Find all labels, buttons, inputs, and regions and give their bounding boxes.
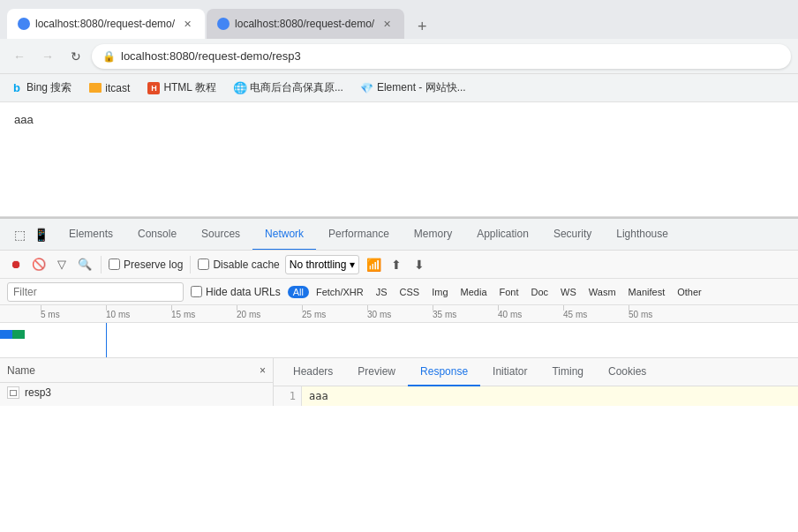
filter-type-other[interactable]: Other <box>672 286 707 298</box>
search-button[interactable]: 🔍 <box>76 256 94 273</box>
tick-45ms: 45 ms <box>563 305 587 323</box>
filter-type-all[interactable]: All <box>288 286 309 298</box>
devtools-tab-sources[interactable]: Sources <box>189 219 252 251</box>
preserve-log-label[interactable]: Preserve log <box>109 259 183 271</box>
devtools-tab-console[interactable]: Console <box>125 219 189 251</box>
throttle-dropdown-arrow: ▾ <box>350 259 355 271</box>
tick-5ms: 5 ms <box>41 305 60 323</box>
throttle-select[interactable]: No throttling ▾ <box>285 255 360 274</box>
response-tab-bar: Headers Preview Response Initiator Timin… <box>274 358 798 386</box>
bookmark-itcast-label: itcast <box>105 82 130 94</box>
response-tab-preview[interactable]: Preview <box>345 358 408 386</box>
reload-button[interactable]: ↻ <box>64 44 88 69</box>
file-list-close-button[interactable]: × <box>260 364 266 377</box>
filter-type-font[interactable]: Font <box>494 286 524 298</box>
tick-25ms: 25 ms <box>302 305 326 323</box>
timeline-canvas <box>0 323 798 357</box>
disable-cache-label[interactable]: Disable cache <box>198 259 279 271</box>
device-icon[interactable]: 📱 <box>32 226 49 244</box>
response-tab-response[interactable]: Response <box>408 358 480 386</box>
forward-button[interactable]: → <box>35 44 60 69</box>
globe-icon: 🌐 <box>234 82 246 94</box>
response-tab-timing[interactable]: Timing <box>539 358 596 386</box>
address-input[interactable]: 🔒 localhost:8080/request-demo/resp3 <box>92 44 791 69</box>
bing-icon: b <box>11 82 23 94</box>
bookmark-bing-label: Bing 搜索 <box>26 80 72 95</box>
filter-type-doc[interactable]: Doc <box>526 286 554 298</box>
filter-type-wasm[interactable]: Wasm <box>583 286 621 298</box>
file-list-header-name: Name <box>7 364 35 377</box>
tab-close-button-2[interactable]: ✕ <box>380 17 394 31</box>
new-tab-button[interactable]: + <box>410 14 434 39</box>
response-tab-initiator[interactable]: Initiator <box>480 358 539 386</box>
browser-tab-bar: localhost:8080/request-demo/ ✕ localhost… <box>0 0 798 39</box>
folder-icon <box>89 83 102 93</box>
filter-type-ws[interactable]: WS <box>555 286 582 298</box>
throttle-value: No throttling <box>290 259 347 271</box>
filter-toggle-button[interactable]: ▽ <box>53 256 71 273</box>
bookmark-element-label: Element - 网站快... <box>377 80 466 95</box>
file-list-item-resp3[interactable]: □ resp3 <box>0 383 273 402</box>
bookmark-bing[interactable]: b Bing 搜索 <box>7 79 75 97</box>
clear-button[interactable]: 🚫 <box>30 256 48 273</box>
bookmark-html-label: HTML 教程 <box>163 80 216 95</box>
devtools: ⬚ 📱 Elements Console Sources Network Per… <box>0 217 798 406</box>
filter-type-manifest[interactable]: Manifest <box>623 286 671 298</box>
devtools-tab-security[interactable]: Security <box>541 219 604 251</box>
address-bar-row: ← → ↻ 🔒 localhost:8080/request-demo/resp… <box>0 39 798 74</box>
file-name: resp3 <box>25 386 51 399</box>
disable-cache-text: Disable cache <box>213 259 279 271</box>
filter-type-img[interactable]: Img <box>426 286 453 298</box>
disable-cache-checkbox[interactable] <box>198 259 209 270</box>
hide-data-urls-checkbox[interactable] <box>191 286 202 297</box>
filter-bar: Hide data URLs All Fetch/XHR JS CSS Img … <box>0 279 798 305</box>
response-content: 1 aaa <box>274 386 798 406</box>
filter-input[interactable] <box>7 282 184 302</box>
tab-active[interactable]: localhost:8080/request-demo/ ✕ <box>7 9 205 39</box>
filter-type-css[interactable]: CSS <box>395 286 425 298</box>
tab-close-button[interactable]: ✕ <box>180 17 194 31</box>
tab-inactive[interactable]: localhost:8080/request-demo/ ✕ <box>207 9 404 39</box>
page-body-text: aaa <box>14 113 34 126</box>
inspect-icon[interactable]: ⬚ <box>11 226 28 244</box>
devtools-tab-application[interactable]: Application <box>464 219 541 251</box>
filter-type-js[interactable]: JS <box>371 286 393 298</box>
tick-10ms: 10 ms <box>106 305 130 323</box>
response-tab-cookies[interactable]: Cookies <box>596 358 659 386</box>
filter-type-fetch[interactable]: Fetch/XHR <box>311 286 369 298</box>
upload-icon[interactable]: ⬆ <box>388 256 405 273</box>
devtools-tab-memory[interactable]: Memory <box>402 219 464 251</box>
tab-title: localhost:8080/request-demo/ <box>35 18 175 30</box>
hide-data-urls-label[interactable]: Hide data URLs <box>191 286 281 298</box>
file-list-header: Name × <box>0 358 273 383</box>
tab-title-2: localhost:8080/request-demo/ <box>235 18 374 30</box>
timeline-bar-blue <box>0 330 12 339</box>
tab-favicon-2 <box>217 18 230 30</box>
devtools-icons: ⬚ 📱 <box>4 226 56 244</box>
record-button[interactable]: ⏺ <box>7 256 25 273</box>
bookmarks-bar: b Bing 搜索 itcast H HTML 教程 🌐 电商后台高保真原...… <box>0 74 798 102</box>
response-line-text: aaa <box>302 386 798 406</box>
back-button[interactable]: ← <box>7 44 32 69</box>
response-tab-headers[interactable]: Headers <box>281 358 345 386</box>
download-icon[interactable]: ⬇ <box>410 256 428 273</box>
tab-favicon <box>18 18 30 30</box>
devtools-tab-lighthouse[interactable]: Lighthouse <box>604 219 681 251</box>
tick-30ms: 30 ms <box>367 305 391 323</box>
bookmark-html[interactable]: H HTML 教程 <box>144 79 220 97</box>
bookmark-ecommerce-label: 电商后台高保真原... <box>250 80 343 95</box>
preserve-log-text: Preserve log <box>124 259 183 271</box>
bookmark-itcast[interactable]: itcast <box>86 80 133 96</box>
bookmark-ecommerce[interactable]: 🌐 电商后台高保真原... <box>230 79 347 97</box>
preserve-log-checkbox[interactable] <box>109 259 120 270</box>
tick-40ms: 40 ms <box>498 305 522 323</box>
tick-50ms: 50 ms <box>629 305 652 323</box>
toolbar-separator-2 <box>190 256 191 273</box>
devtools-tab-elements[interactable]: Elements <box>56 219 125 251</box>
wifi-icon[interactable]: 📶 <box>365 256 382 273</box>
devtools-tab-performance[interactable]: Performance <box>316 219 402 251</box>
devtools-tab-network[interactable]: Network <box>252 219 316 251</box>
bookmark-element[interactable]: 💎 Element - 网站快... <box>358 79 470 97</box>
filter-type-media[interactable]: Media <box>455 286 493 298</box>
response-panel: Headers Preview Response Initiator Timin… <box>274 358 798 406</box>
